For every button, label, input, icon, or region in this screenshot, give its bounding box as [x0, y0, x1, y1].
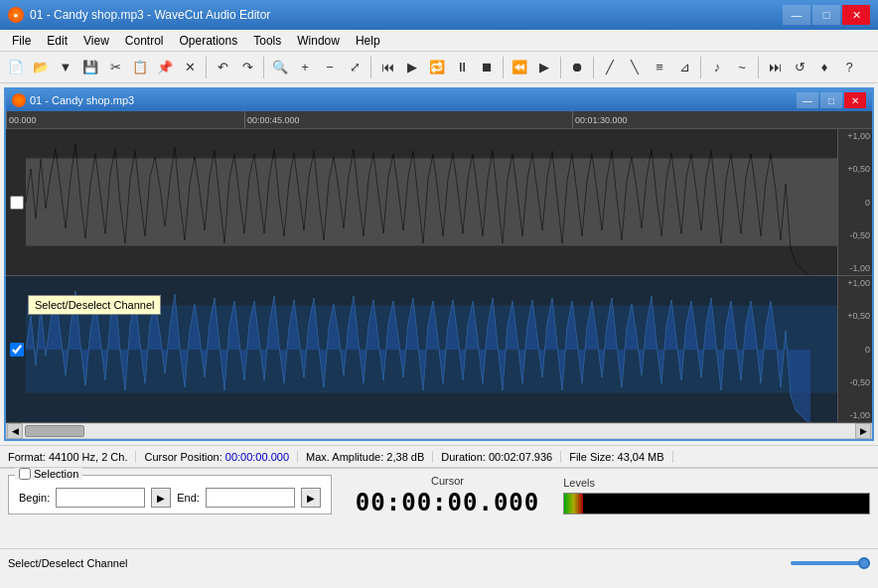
cursor-label-text: Cursor Position:: [144, 451, 221, 463]
toolbar-voice-button[interactable]: ♪: [705, 56, 729, 79]
menu-item-view[interactable]: View: [75, 30, 117, 51]
toolbar-stop-button[interactable]: ⏹: [475, 56, 499, 79]
toolbar-rec-start-button[interactable]: ⏺: [565, 56, 589, 79]
toolbar-separator: [370, 57, 371, 78]
toolbar-zoom-in-button[interactable]: +: [293, 56, 317, 79]
toolbar-fade-out-button[interactable]: ╲: [623, 56, 647, 79]
toolbar-end-btn-button[interactable]: ⏭: [763, 56, 787, 79]
doc-close-button[interactable]: ✕: [844, 92, 866, 108]
toolbar-filter-button[interactable]: ⊿: [672, 56, 696, 79]
toolbar-prev-button[interactable]: ⏪: [508, 56, 531, 79]
amp-bottom-max: +1,00: [840, 278, 870, 288]
toolbar-open-button[interactable]: 📂: [29, 56, 53, 79]
scroll-left-arrow[interactable]: ◀: [7, 423, 23, 439]
doc-maximize-button[interactable]: □: [820, 92, 842, 108]
duration-label: Duration:: [441, 451, 486, 463]
scroll-thumb[interactable]: [25, 425, 84, 437]
toolbar-cut-button[interactable]: ✂: [103, 56, 127, 79]
toolbar-begin-button[interactable]: ⏮: [375, 56, 399, 79]
ruler-mark: 00:01:30.000: [572, 111, 628, 129]
toolbar-separator: [700, 57, 701, 78]
waveform-top: // This will be rendered via the script …: [26, 129, 837, 275]
duration-value: 00:02:07.936: [489, 451, 552, 463]
amplitude-status: Max. Amplitude: 2,38 dB: [298, 451, 433, 463]
selection-fields: Begin: 000:00:00.000 ▶ End: 000:00:00.00…: [19, 488, 321, 508]
horizontal-scrollbar[interactable]: ◀ ▶: [6, 423, 872, 439]
doc-minimize-button[interactable]: —: [797, 92, 818, 108]
ruler-mark: 00:00:45.000: [244, 111, 300, 129]
amp-value: 2,38 dB: [386, 451, 424, 463]
doc-title-bar: 01 - Candy shop.mp3 — □ ✕: [6, 89, 872, 111]
amp-top-max: +1,00: [840, 131, 870, 141]
toolbar-noise-button[interactable]: ~: [730, 56, 754, 79]
toolbar-copy-button[interactable]: 📋: [128, 56, 152, 79]
menu-item-tools[interactable]: Tools: [245, 30, 289, 51]
menu-item-control[interactable]: Control: [117, 30, 172, 51]
toolbar-save-button[interactable]: 💾: [78, 56, 102, 79]
minimize-button[interactable]: —: [783, 5, 810, 25]
channel-bottom-checkbox[interactable]: [10, 343, 24, 357]
begin-label: Begin:: [19, 492, 50, 504]
begin-input[interactable]: 000:00:00.000: [56, 488, 145, 508]
toolbar-paste-button[interactable]: 📌: [153, 56, 177, 79]
menu-item-operations[interactable]: Operations: [172, 30, 246, 51]
cursor-group: Cursor 00:00:00.000: [344, 475, 551, 516]
toolbar-redo-button[interactable]: ↷: [235, 56, 259, 79]
amp-labels-bottom: +1,00 +0,50 0 -0,50 -1,00: [837, 276, 872, 422]
filesize-status: File Size: 43,04 MB: [561, 451, 672, 463]
cursor-position-label: Cursor Position: 00:00:00.000: [136, 451, 298, 463]
toolbar-pause-button[interactable]: ⏸: [450, 56, 474, 79]
toolbar-dropdown-button[interactable]: ▼: [54, 56, 77, 79]
toolbar-zoom-in-sel-button[interactable]: 🔍: [268, 56, 292, 79]
amp-bottom-mid-pos: +0,50: [840, 311, 870, 321]
channel-top-checkbox[interactable]: [10, 196, 24, 210]
end-pick-button[interactable]: ▶: [301, 488, 321, 508]
amp-top-mid-neg: -0,50: [840, 230, 870, 240]
end-label: End:: [177, 492, 200, 504]
menu-bar: FileEditViewControlOperationsToolsWindow…: [0, 30, 878, 52]
selection-checkbox[interactable]: [19, 468, 31, 480]
cursor-value: 00:00:00.000: [225, 451, 289, 463]
toolbar-separator: [758, 57, 759, 78]
zoom-slider-thumb: [858, 557, 870, 569]
toolbar-separator: [206, 57, 207, 78]
toolbar-mark-button[interactable]: ♦: [812, 56, 836, 79]
toolbar-play-button[interactable]: ▶: [400, 56, 424, 79]
toolbar-new-button[interactable]: 📄: [4, 56, 28, 79]
scroll-track[interactable]: [23, 424, 855, 438]
toolbar-loop-button[interactable]: 🔁: [425, 56, 449, 79]
toolbar-play2-button[interactable]: ▶: [532, 56, 556, 79]
toolbar-fade-in-button[interactable]: ╱: [598, 56, 622, 79]
waveform-container: 00.00000:00:45.00000:01:30.000 // This w…: [6, 111, 872, 439]
amp-label: Max. Amplitude:: [306, 451, 383, 463]
scroll-right-arrow[interactable]: ▶: [855, 423, 871, 439]
menu-item-window[interactable]: Window: [289, 30, 348, 51]
end-input[interactable]: 000:00:00.000: [206, 488, 295, 508]
tooltip-text: Select/Deselect Channel: [35, 299, 154, 311]
amp-labels-top: +1,00 +0,50 0 -0,50 -1,00: [837, 129, 872, 275]
selection-label: Selection: [34, 468, 78, 480]
menu-item-edit[interactable]: Edit: [39, 30, 75, 51]
toolbar-loop2-button[interactable]: ↺: [788, 56, 811, 79]
bottom-status-bar: Select/Deselect Channel: [0, 548, 878, 576]
toolbar-help-button[interactable]: ?: [837, 56, 861, 79]
begin-pick-button[interactable]: ▶: [151, 488, 171, 508]
zoom-slider[interactable]: [791, 561, 870, 565]
menu-item-help[interactable]: Help: [348, 30, 388, 51]
toolbar-zoom-out-button[interactable]: −: [318, 56, 342, 79]
amp-bottom-min: -1,00: [840, 410, 870, 420]
tooltip: Select/Deselect Channel: [28, 295, 161, 315]
close-button[interactable]: ✕: [842, 5, 870, 25]
toolbar-zoom-fit-button[interactable]: ⤢: [343, 56, 366, 79]
amp-top-zero: 0: [840, 198, 870, 208]
toolbar-delete-button[interactable]: ✕: [178, 56, 202, 79]
doc-icon: [12, 93, 26, 107]
window-title: 01 - Candy shop.mp3 - WaveCut Audio Edit…: [30, 8, 783, 22]
bottom-status-text: Select/Deselect Channel: [8, 557, 783, 569]
menu-item-file[interactable]: File: [4, 30, 39, 51]
maximize-button[interactable]: □: [812, 5, 840, 25]
cursor-group-label: Cursor: [356, 475, 539, 487]
toolbar-undo-button[interactable]: ↶: [211, 56, 234, 79]
format-status: Format: 44100 Hz, 2 Ch.: [8, 451, 136, 463]
toolbar-normalize-button[interactable]: ≡: [648, 56, 671, 79]
